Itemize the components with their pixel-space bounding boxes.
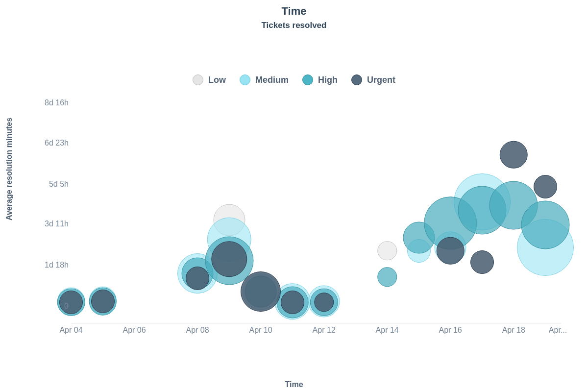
x-tick: Apr...: [549, 326, 567, 335]
x-tick: Apr 18: [502, 326, 525, 335]
chart-legend: LowMediumHighUrgent: [0, 74, 588, 85]
chart-title: Time: [0, 0, 588, 18]
bubble-urgent[interactable]: [211, 241, 247, 277]
y-tick: 8d 16h: [29, 98, 69, 107]
bubble-urgent[interactable]: [91, 290, 115, 313]
bubble-urgent[interactable]: [470, 250, 494, 274]
chart-subtitle: Tickets resolved: [0, 21, 588, 30]
legend-label: High: [318, 75, 338, 85]
y-tick: 0: [29, 302, 69, 311]
legend-swatch-urgent: [351, 74, 362, 85]
y-tick: 6d 23h: [29, 139, 69, 147]
x-tick: Apr 14: [376, 326, 399, 335]
bubble-urgent[interactable]: [281, 291, 304, 314]
y-tick: 5d 5h: [29, 180, 69, 189]
legend-swatch-high: [302, 74, 313, 85]
legend-item-medium[interactable]: Medium: [240, 74, 289, 85]
x-tick: Apr 06: [122, 326, 146, 335]
y-tick: 1d 18h: [29, 261, 69, 270]
legend-item-low[interactable]: Low: [193, 74, 226, 85]
legend-item-urgent[interactable]: Urgent: [351, 74, 395, 85]
x-tick: Apr 08: [186, 326, 209, 335]
x-tick: Apr 04: [59, 326, 82, 335]
bubble-urgent[interactable]: [186, 267, 209, 290]
y-tick: 3d 11h: [29, 220, 69, 228]
x-tick: Apr 10: [249, 326, 272, 335]
legend-item-high[interactable]: High: [302, 74, 338, 85]
legend-label: Low: [208, 75, 226, 85]
bubble-urgent[interactable]: [314, 293, 334, 312]
legend-swatch-low: [193, 74, 203, 85]
bubble-high[interactable]: [377, 267, 397, 287]
bubble-urgent[interactable]: [241, 271, 281, 312]
bubble-urgent[interactable]: [534, 175, 557, 198]
bubble-urgent[interactable]: [500, 141, 528, 169]
x-axis-label: Time: [0, 380, 588, 389]
bubble-high[interactable]: [521, 200, 569, 249]
bubble-chart: Time Tickets resolved LowMediumHighUrgen…: [0, 0, 588, 392]
x-tick: Apr 12: [313, 326, 336, 335]
bubble-urgent[interactable]: [437, 237, 465, 265]
x-axis-line: [71, 323, 561, 323]
legend-swatch-medium: [240, 74, 250, 85]
x-tick: Apr 16: [439, 326, 462, 335]
legend-label: Medium: [255, 75, 289, 85]
bubble-low[interactable]: [377, 241, 397, 261]
plot-area: [71, 103, 561, 353]
legend-label: Urgent: [367, 75, 395, 85]
y-axis-label: Average resolution minutes: [5, 118, 14, 220]
